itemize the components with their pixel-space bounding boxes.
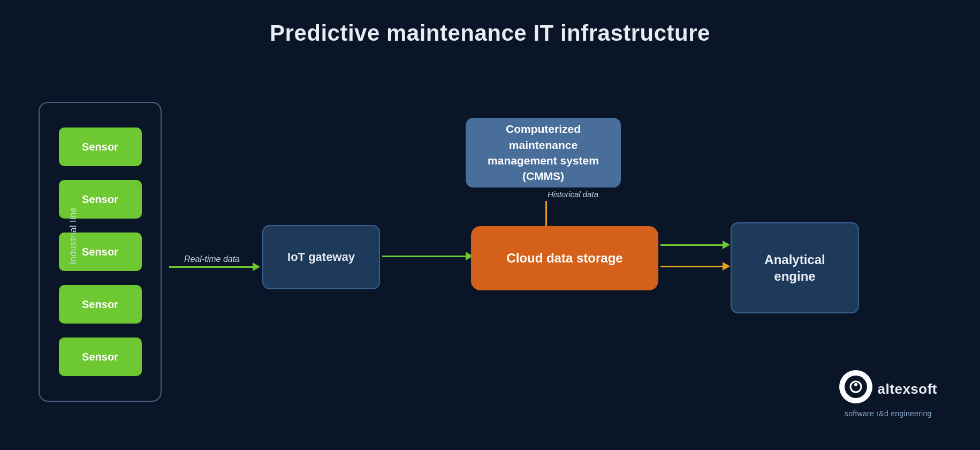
svg-point-1 bbox=[854, 383, 857, 386]
iot-gateway-label: IoT gateway bbox=[287, 250, 355, 264]
industrial-line-label: Industrial line bbox=[68, 207, 79, 265]
cloud-storage-box: Cloud data storage bbox=[471, 226, 658, 290]
sensor-4[interactable]: Sensor bbox=[59, 285, 142, 324]
analytical-engine-box: Analytical engine bbox=[731, 222, 859, 313]
iot-gateway-box: IoT gateway bbox=[262, 225, 380, 289]
analytical-engine-label: Analytical engine bbox=[742, 251, 847, 284]
arrow-green-line-1 bbox=[169, 266, 255, 268]
cmms-box: Computerized maintenance management syst… bbox=[466, 118, 621, 188]
arrow-yellow-line bbox=[660, 266, 725, 267]
altexsoft-name: altexsoft bbox=[878, 381, 937, 398]
sensor-1[interactable]: Sensor bbox=[59, 128, 142, 166]
cloud-storage-label: Cloud data storage bbox=[506, 251, 622, 266]
arrow-cloud-to-engine-yellow bbox=[660, 266, 725, 267]
industrial-line-box: Sensor Sensor Sensor Sensor Sensor bbox=[39, 102, 162, 402]
altexsoft-tagline: software r&d engineering bbox=[845, 409, 932, 418]
arrow-green-line-3 bbox=[660, 244, 725, 246]
cmms-label: Computerized maintenance management syst… bbox=[475, 121, 611, 184]
arrow-realtime: Real-time data bbox=[169, 254, 255, 268]
diagram-container: Sensor Sensor Sensor Sensor Sensor Indus… bbox=[0, 64, 980, 450]
altexsoft-logo: altexsoft software r&d engineering bbox=[839, 370, 937, 418]
historical-label: Historical data bbox=[548, 190, 598, 199]
page-title: Predictive maintenance IT infrastructure bbox=[0, 0, 980, 46]
arrow-green-line-2 bbox=[382, 256, 468, 257]
arrow-iot-to-cloud bbox=[382, 256, 468, 257]
altexsoft-icon bbox=[839, 370, 872, 403]
arrow-cloud-to-engine-green bbox=[660, 244, 725, 246]
sensor-5[interactable]: Sensor bbox=[59, 338, 142, 376]
realtime-label: Real-time data bbox=[184, 254, 240, 264]
